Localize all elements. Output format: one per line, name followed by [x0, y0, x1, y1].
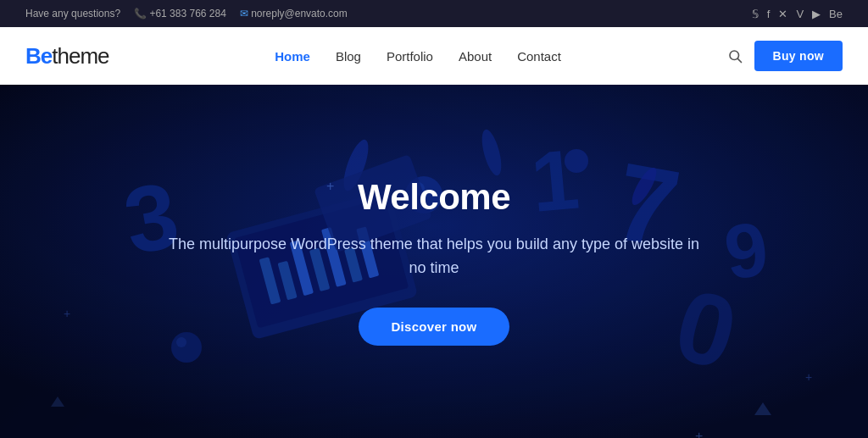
svg-text:+: + — [695, 429, 703, 438]
nav-right: Buy now — [727, 41, 843, 71]
nav-contact[interactable]: Contact — [517, 49, 561, 64]
svg-text:+: + — [64, 307, 70, 320]
svg-point-21 — [565, 149, 588, 173]
header: Betheme Home Blog Portfolio About Contac… — [0, 27, 868, 85]
nav-home[interactable]: Home — [275, 49, 310, 64]
email-link[interactable]: ✉ noreply@envato.com — [240, 8, 348, 19]
search-button[interactable] — [727, 48, 743, 64]
hero-section: 3 7 1 0 9 — [0, 85, 868, 438]
nav-blog[interactable]: Blog — [336, 49, 361, 64]
hero-content: Welcome The multipurpose WordPress theme… — [129, 177, 739, 346]
main-nav: Home Blog Portfolio About Contact — [275, 49, 561, 64]
logo-be: Be — [25, 43, 52, 69]
vimeo-icon[interactable]: V — [796, 8, 804, 20]
social-icons: 𝕊 f ✕ V ▶ Be — [752, 8, 843, 20]
top-bar-left: Have any questions? 📞 +61 383 766 284 ✉ … — [25, 8, 348, 19]
facebook-icon[interactable]: f — [767, 8, 771, 20]
hero-title: Welcome — [163, 177, 705, 218]
youtube-icon[interactable]: ▶ — [812, 8, 821, 20]
svg-line-1 — [737, 58, 741, 62]
behance-icon[interactable]: Be — [829, 8, 843, 20]
skype-icon[interactable]: 𝕊 — [752, 8, 759, 20]
twitter-x-icon[interactable]: ✕ — [778, 8, 787, 20]
svg-text:+: + — [805, 370, 812, 384]
phone-number[interactable]: 📞 +61 383 766 284 — [134, 8, 226, 19]
discover-button[interactable]: Discover now — [359, 308, 509, 346]
logo-theme: theme — [52, 43, 108, 69]
nav-about[interactable]: About — [459, 49, 492, 64]
hero-subtitle: The multipurpose WordPress theme that he… — [163, 233, 705, 280]
buy-now-button[interactable]: Buy now — [754, 41, 843, 71]
top-bar: Have any questions? 📞 +61 383 766 284 ✉ … — [0, 0, 868, 27]
nav-portfolio[interactable]: Portfolio — [387, 49, 433, 64]
logo[interactable]: Betheme — [25, 43, 109, 69]
question-text: Have any questions? — [25, 8, 120, 19]
